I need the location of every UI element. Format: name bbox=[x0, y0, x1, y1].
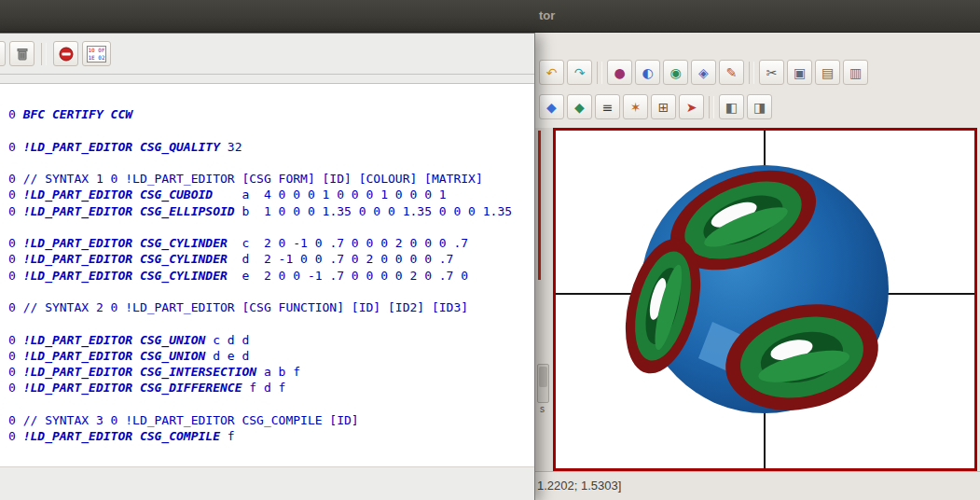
code-line: 0 // SYNTAX 3 0 !LD_PART_EDITOR CSG_COMP… bbox=[8, 412, 527, 428]
prism-icon: ◈ bbox=[698, 66, 709, 79]
orange-brush-icon: ✶ bbox=[630, 101, 642, 114]
grid-icon: ⊞ bbox=[658, 101, 669, 114]
mini-scrollbar-thumb[interactable] bbox=[539, 367, 547, 387]
hex-icon: 10 0F 1E 02 bbox=[87, 46, 106, 62]
shield-alt-icon: ◆ bbox=[574, 101, 585, 114]
clipped-button[interactable] bbox=[0, 41, 6, 66]
main-titlebar: tor bbox=[0, 0, 980, 33]
hide-lines-button[interactable] bbox=[53, 41, 78, 66]
csg-model bbox=[613, 151, 889, 425]
code-line bbox=[8, 396, 527, 412]
code-line: 0 !LD_PART_EDITOR CSG_CYLINDER e 2 0 0 -… bbox=[8, 268, 527, 284]
toolbar-separator bbox=[41, 43, 47, 65]
shield-green-button[interactable]: ◆ bbox=[567, 94, 592, 119]
scissors-icon: ✂ bbox=[766, 66, 778, 79]
delete-line-button[interactable] bbox=[9, 41, 35, 66]
code-area[interactable]: 0 BFC CERTIFY CCW 0 !LD_PART_EDITOR CSG_… bbox=[0, 83, 534, 466]
window-merge-button[interactable]: ◨ bbox=[747, 94, 772, 119]
code-line: 0 !LD_PART_EDITOR CSG_CYLINDER d 2 -1 0 … bbox=[8, 251, 527, 267]
window-split-icon: ◧ bbox=[725, 101, 738, 114]
trash-icon: ▥ bbox=[849, 66, 862, 79]
toolbar-row-2: ◆◆≡✶⊞➤◧◨ bbox=[539, 94, 772, 119]
shield-icon: ◆ bbox=[546, 101, 557, 114]
cylinder-tool-button[interactable]: ◐ bbox=[635, 60, 660, 85]
undo-button[interactable]: ↶ bbox=[539, 60, 564, 85]
undo-icon: ↶ bbox=[546, 66, 558, 79]
code-line: 0 !LD_PART_EDITOR CSG_INTERSECTION a b f bbox=[8, 364, 527, 380]
window-merge-icon: ◨ bbox=[753, 101, 766, 114]
code-line: 0 !LD_PART_EDITOR CSG_COMPILE f bbox=[8, 428, 527, 444]
redo-icon: ↷ bbox=[574, 66, 586, 79]
copy-button[interactable]: ▣ bbox=[787, 60, 812, 85]
clipboard-icon: ▤ bbox=[821, 66, 834, 79]
code-line: 0 !LD_PART_EDITOR CSG_CUBOID a 4 0 0 0 1… bbox=[8, 187, 527, 202]
text-lines-button[interactable]: ≡ bbox=[595, 94, 620, 119]
cursor-coordinates: 1.2202; 1.5303] bbox=[537, 479, 621, 493]
cut-button[interactable]: ✂ bbox=[759, 60, 784, 85]
shield-blue-button[interactable]: ◆ bbox=[539, 94, 564, 119]
code-line: 0 !LD_PART_EDITOR CSG_ELLIPSOID b 1 0 0 … bbox=[8, 203, 527, 219]
code-line bbox=[8, 315, 527, 331]
toolbar-separator bbox=[597, 62, 602, 84]
code-line bbox=[8, 155, 527, 171]
code-line: 0 // SYNTAX 2 0 !LD_PART_EDITOR [CSG FUN… bbox=[8, 299, 527, 315]
globe-icon: ◉ bbox=[669, 66, 681, 79]
copy-icon: ▣ bbox=[794, 66, 806, 79]
globe-tool-button[interactable]: ◉ bbox=[663, 60, 688, 85]
code-line: 0 !LD_PART_EDITOR CSG_UNION c d d bbox=[8, 332, 527, 348]
code-line bbox=[8, 122, 527, 138]
mini-scrollbar[interactable] bbox=[537, 364, 549, 403]
paste-button[interactable]: ▤ bbox=[815, 60, 840, 85]
code-line: 0 !LD_PART_EDITOR CSG_DIFFERENCE f d f bbox=[8, 380, 527, 396]
toolbar-separator bbox=[749, 62, 754, 84]
hex-view-button[interactable]: 10 0F 1E 02 bbox=[82, 41, 111, 66]
hidden-view-border bbox=[538, 131, 541, 280]
text-editor-window: 10 0F 1E 02 0 BFC CERTIFY CCW 0 !LD_PART… bbox=[0, 33, 535, 500]
toolbar-row-1: ↶↷●◐◉◈✎✂▣▤▥ bbox=[539, 60, 868, 85]
pointer-button[interactable]: ➤ bbox=[679, 94, 704, 119]
lines-icon: ≡ bbox=[602, 101, 614, 114]
brush-tool-button[interactable]: ✎ bbox=[719, 60, 744, 85]
3d-viewport[interactable] bbox=[553, 128, 977, 471]
side-strip: s bbox=[535, 128, 553, 471]
toolbar-separator bbox=[709, 96, 714, 118]
pointer-icon: ➤ bbox=[686, 101, 697, 114]
editor-bottom-bar bbox=[0, 466, 534, 500]
delete-button[interactable]: ▥ bbox=[843, 60, 868, 85]
window-split-button[interactable]: ◧ bbox=[719, 94, 744, 119]
sphere-tool-button[interactable]: ● bbox=[607, 60, 632, 85]
editor-toolbar: 10 0F 1E 02 bbox=[0, 34, 534, 75]
code-line: 0 !LD_PART_EDITOR CSG_CYLINDER c 2 0 -1 … bbox=[8, 235, 527, 251]
sphere-icon: ● bbox=[614, 66, 625, 79]
brush-icon: ✎ bbox=[726, 66, 738, 79]
prism-tool-button[interactable]: ◈ bbox=[691, 60, 716, 85]
code-line: 0 !LD_PART_EDITOR CSG_UNION d e d bbox=[8, 348, 527, 364]
cylinder-icon: ◐ bbox=[642, 66, 653, 79]
code-line bbox=[8, 219, 527, 235]
csg-model-canvas bbox=[556, 131, 974, 468]
window-title: tor bbox=[539, 8, 555, 22]
side-strip-label: s bbox=[540, 404, 545, 414]
grid-button[interactable]: ⊞ bbox=[651, 94, 676, 119]
code-line: 0 BFC CERTIFY CCW bbox=[8, 106, 527, 122]
orange-brush-button[interactable]: ✶ bbox=[623, 94, 648, 119]
code-line: 0 // SYNTAX 1 0 !LD_PART_EDITOR [CSG FOR… bbox=[8, 171, 527, 187]
code-line bbox=[8, 284, 527, 299]
trash-icon bbox=[15, 47, 30, 62]
redo-button[interactable]: ↷ bbox=[567, 60, 592, 85]
code-line: 0 !LD_PART_EDITOR CSG_QUALITY 32 bbox=[8, 139, 527, 155]
no-entry-icon bbox=[59, 47, 74, 62]
